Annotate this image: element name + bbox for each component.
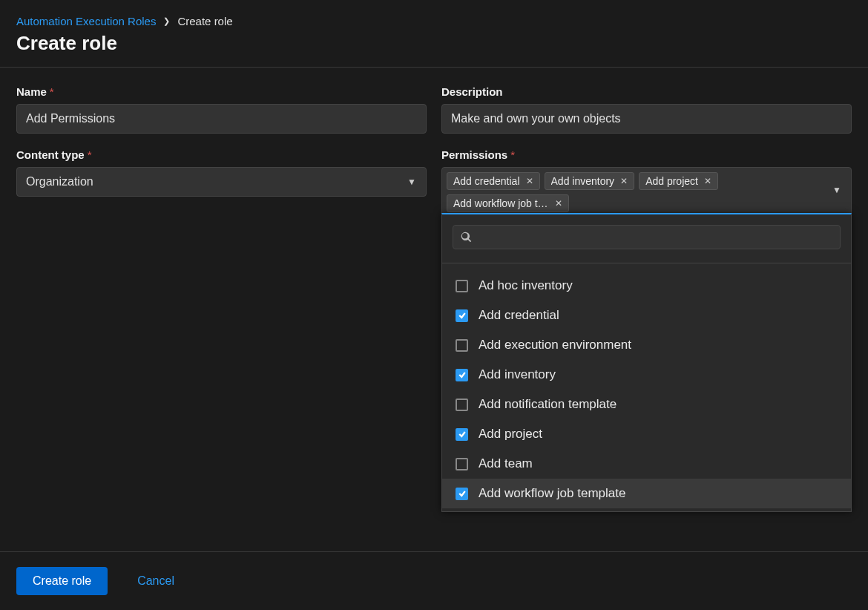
permission-option[interactable]: Add execution environment [442, 330, 851, 360]
cancel-button[interactable]: Cancel [137, 574, 174, 588]
breadcrumb: Automation Execution Roles ❯ Create role [16, 15, 852, 27]
permission-chip-label: Add workflow job tem... [453, 197, 549, 209]
footer-bar: Create role Cancel [0, 551, 868, 610]
checkbox-icon[interactable] [456, 309, 468, 322]
description-input[interactable] [441, 104, 852, 134]
search-icon [461, 232, 472, 243]
description-label: Description [441, 85, 852, 98]
permission-chip: Add workflow job tem...✕ [447, 194, 569, 212]
permission-option[interactable]: Add notification template [442, 390, 851, 419]
permissions-search-input[interactable] [453, 225, 841, 249]
checkbox-icon[interactable] [456, 488, 468, 500]
checkbox-icon[interactable] [456, 280, 468, 292]
permission-chip: Add credential✕ [447, 172, 540, 190]
permission-chip-label: Add credential [453, 175, 520, 187]
permissions-chip-input[interactable]: Add credential✕Add inventory✕Add project… [441, 167, 852, 217]
close-icon[interactable]: ✕ [555, 198, 562, 209]
permission-option-label: Add workflow job template [479, 486, 625, 501]
permission-option[interactable]: Add team [442, 449, 851, 479]
checkbox-icon[interactable] [456, 399, 468, 411]
form-area: Name* Description Content type* Organiza… [0, 68, 868, 235]
close-icon[interactable]: ✕ [526, 176, 533, 186]
permission-option[interactable]: Add project [442, 419, 851, 449]
content-type-select[interactable]: Organization ▼ [16, 167, 427, 197]
content-type-label: Content type* [16, 148, 427, 161]
permission-option-label: Add inventory [479, 367, 556, 382]
page-title: Create role [16, 32, 852, 55]
permission-option-label: Add execution environment [479, 338, 631, 352]
checkbox-icon[interactable] [456, 369, 468, 381]
required-star-icon: * [510, 148, 515, 161]
permission-option[interactable]: Ad hoc inventory [442, 271, 851, 301]
required-star-icon: * [88, 148, 92, 161]
permission-option-label: Add credential [479, 308, 559, 323]
permission-option[interactable]: Add credential [442, 301, 851, 330]
page-header: Automation Execution Roles ❯ Create role… [0, 0, 868, 68]
name-field: Name* [16, 85, 427, 134]
permission-option-label: Add team [479, 456, 533, 471]
permission-option[interactable]: Add inventory [442, 360, 851, 390]
permission-chip-label: Add project [645, 175, 698, 187]
permission-chip-label: Add inventory [551, 175, 615, 187]
permissions-dropdown-panel: Ad hoc inventoryAdd credentialAdd execut… [441, 213, 852, 512]
permission-chip: Add inventory✕ [545, 172, 635, 190]
close-icon[interactable]: ✕ [620, 176, 628, 186]
content-type-field: Content type* Organization ▼ [16, 148, 427, 217]
permissions-multiselect[interactable]: Add credential✕Add inventory✕Add project… [441, 167, 852, 217]
permissions-label: Permissions* [441, 148, 852, 161]
create-role-button[interactable]: Create role [16, 567, 108, 595]
content-type-value: Organization [16, 167, 427, 197]
name-label: Name* [16, 85, 427, 98]
permissions-options-list: Ad hoc inventoryAdd credentialAdd execut… [442, 263, 851, 511]
description-field: Description [441, 85, 852, 134]
permission-option-label: Ad hoc inventory [479, 278, 573, 293]
permission-option-label: Add notification template [479, 397, 617, 412]
name-input[interactable] [16, 104, 427, 134]
checkbox-icon[interactable] [456, 428, 468, 441]
permission-option[interactable]: Add workflow job template [442, 479, 851, 508]
checkbox-icon[interactable] [456, 458, 468, 470]
required-star-icon: * [50, 85, 54, 98]
permission-chip: Add project✕ [639, 172, 718, 190]
permissions-field: Permissions* Add credential✕Add inventor… [441, 148, 852, 217]
breadcrumb-parent-link[interactable]: Automation Execution Roles [16, 15, 156, 27]
checkbox-icon[interactable] [456, 339, 468, 352]
chevron-right-icon: ❯ [163, 16, 170, 26]
permission-option-label: Add project [479, 427, 542, 442]
close-icon[interactable]: ✕ [704, 176, 711, 186]
permissions-search-row [442, 214, 851, 255]
breadcrumb-current: Create role [177, 15, 232, 27]
